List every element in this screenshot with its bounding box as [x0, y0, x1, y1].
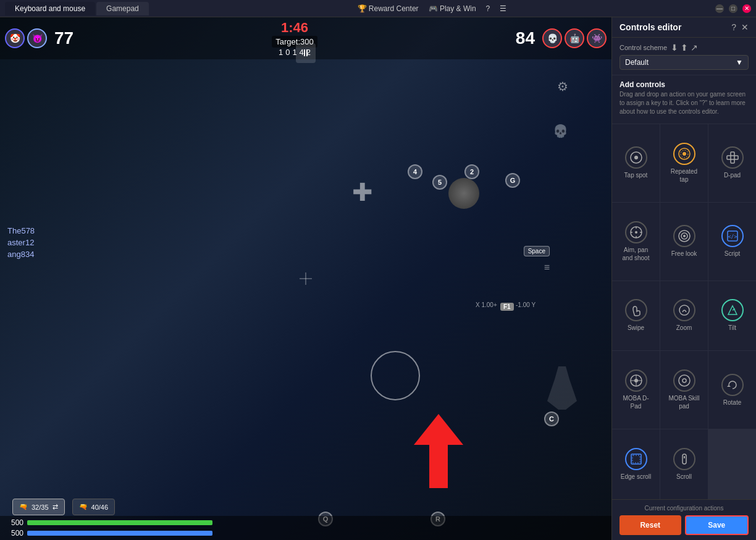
- dpad-overlay[interactable]: ✚: [352, 178, 373, 206]
- control-script[interactable]: </> Script: [708, 203, 756, 281]
- rotate-label: Rotate: [723, 399, 741, 407]
- svg-point-24: [634, 379, 638, 382]
- settings-icon[interactable]: ⚙: [557, 79, 568, 94]
- tap-spot-label: Tap spot: [624, 171, 648, 179]
- panel-header-icons: ? ✕: [731, 22, 749, 32]
- svg-point-26: [682, 379, 686, 382]
- pause-button[interactable]: ⏸: [296, 43, 316, 63]
- tab-gamepad[interactable]: Gamepad: [96, 2, 149, 15]
- maximize-button[interactable]: □: [729, 4, 737, 13]
- moba-skill-icon: [673, 369, 695, 392]
- weapon-ammo-1: 32/35: [32, 504, 49, 511]
- edge-scroll-icon: [625, 448, 647, 470]
- zoom-label: Zoom: [676, 324, 692, 332]
- stack-icon: ≡: [544, 262, 550, 273]
- shield-value: 500: [5, 529, 23, 538]
- import-icon[interactable]: ⬇: [671, 43, 678, 53]
- kill-1: 1: [279, 48, 283, 57]
- aim-pan-icon: [625, 221, 647, 243]
- avatar-4: 🤖: [565, 28, 584, 48]
- title-bar-center: 🏆 Reward Center 🎮 Play & Win ? ☰: [358, 4, 507, 13]
- team1-hud: 🤡 😈 77: [5, 28, 78, 48]
- tilt-label: Tilt: [728, 324, 736, 332]
- scheme-dropdown[interactable]: Default ▼: [620, 55, 749, 70]
- add-controls-title: Add controls: [620, 80, 749, 89]
- dpad-icon: [721, 146, 744, 169]
- window-controls: — □ ✕: [715, 4, 751, 13]
- panel-title: Controls editor: [620, 22, 681, 32]
- free-look-icon: [673, 225, 695, 247]
- svg-marker-0: [414, 414, 463, 488]
- play-win-link[interactable]: 🎮 Play & Win: [429, 4, 476, 13]
- avatar-2: 😈: [27, 28, 47, 48]
- control-scroll[interactable]: Scroll: [660, 429, 708, 499]
- panel-footer: Current configuration actions Reset Save: [612, 499, 756, 540]
- health-bars: 500 500: [0, 516, 611, 540]
- control-moba-dpad[interactable]: MOBA D-Pad: [612, 351, 660, 429]
- reset-button[interactable]: Reset: [620, 515, 681, 535]
- avatar-1: 🤡: [5, 28, 25, 48]
- swipe-icon: [625, 299, 647, 321]
- svg-rect-7: [727, 156, 738, 159]
- coord-x: X 1.00+: [476, 302, 497, 308]
- weapon-slot-2[interactable]: 🔫 40/46: [72, 499, 116, 515]
- red-arrow-overlay: [414, 414, 463, 491]
- export-icon[interactable]: ⬆: [681, 43, 688, 53]
- shield-fill: [27, 531, 212, 536]
- control-moba-skill[interactable]: MOBA Skillpad: [660, 351, 708, 429]
- title-bar: Keyboard and mouse Gamepad 🏆 Reward Cent…: [0, 0, 756, 17]
- svg-rect-29: [632, 455, 640, 463]
- avatar-3: 💀: [542, 28, 562, 48]
- svg-point-13: [635, 231, 637, 234]
- control-swipe[interactable]: Swipe: [612, 281, 660, 351]
- swipe-label: Swipe: [628, 324, 644, 332]
- help-icon-panel[interactable]: ?: [731, 22, 736, 32]
- footer-text: Current configuration actions: [620, 505, 749, 512]
- dropdown-arrow-icon: ▼: [736, 58, 743, 67]
- control-free-look[interactable]: Free look: [660, 203, 708, 281]
- shield-bar-row: 500: [5, 529, 607, 538]
- health-bar-row: 500: [5, 518, 607, 527]
- help-icon[interactable]: ?: [486, 4, 490, 13]
- close-button[interactable]: ✕: [742, 4, 751, 13]
- control-tilt[interactable]: Tilt: [708, 281, 756, 351]
- kill-2: 0: [285, 48, 290, 57]
- control-dpad[interactable]: D-pad: [708, 124, 756, 202]
- reward-center-link[interactable]: 🏆 Reward Center: [358, 4, 419, 13]
- badge-4: 4: [408, 164, 422, 179]
- control-aim-pan[interactable]: Aim, panand shoot: [612, 203, 660, 281]
- health-track: [27, 520, 212, 525]
- free-look-label: Free look: [671, 250, 697, 258]
- space-button[interactable]: Space: [524, 246, 550, 256]
- aim-pan-label: Aim, panand shoot: [623, 246, 650, 262]
- control-zoom[interactable]: Zoom: [660, 281, 708, 351]
- menu-icon[interactable]: ☰: [500, 4, 506, 13]
- health-fill: [27, 520, 212, 525]
- team1-score: 77: [49, 28, 78, 48]
- team2-hud: 84 💀 🤖 👾: [511, 28, 607, 48]
- svg-rect-30: [682, 454, 686, 464]
- minimize-button[interactable]: —: [715, 4, 724, 13]
- dpad-label: D-pad: [724, 171, 741, 179]
- weapon-slot-1[interactable]: 🔫 32/35 ⇄: [12, 499, 65, 515]
- svg-marker-27: [727, 385, 731, 387]
- script-icon: </>: [721, 225, 744, 247]
- badge-G: G: [505, 173, 520, 188]
- controls-grid: Tap spot Repeatedtap D-pad: [612, 124, 756, 499]
- weapon-icon-2: 🔫: [79, 503, 88, 511]
- grenade-overlay: [448, 178, 479, 209]
- repeated-tap-icon: [673, 143, 695, 165]
- shield-track: [27, 531, 212, 536]
- face-icon: 💀: [553, 124, 568, 138]
- control-rotate[interactable]: Rotate: [708, 351, 756, 429]
- close-icon-panel[interactable]: ✕: [741, 22, 749, 32]
- control-scheme-section: Control scheme ⬇ ⬆ ↗ Default ▼: [612, 38, 756, 75]
- panel-header: Controls editor ? ✕: [612, 17, 756, 38]
- control-tap-spot[interactable]: Tap spot: [612, 124, 660, 202]
- scheme-action-icons: ⬇ ⬆ ↗: [671, 43, 698, 53]
- share-icon[interactable]: ↗: [691, 43, 698, 53]
- save-button[interactable]: Save: [685, 515, 749, 535]
- tab-keyboard-mouse[interactable]: Keyboard and mouse: [5, 2, 95, 15]
- control-repeated-tap[interactable]: Repeatedtap: [660, 124, 708, 202]
- control-edge-scroll[interactable]: Edge scroll: [612, 429, 660, 499]
